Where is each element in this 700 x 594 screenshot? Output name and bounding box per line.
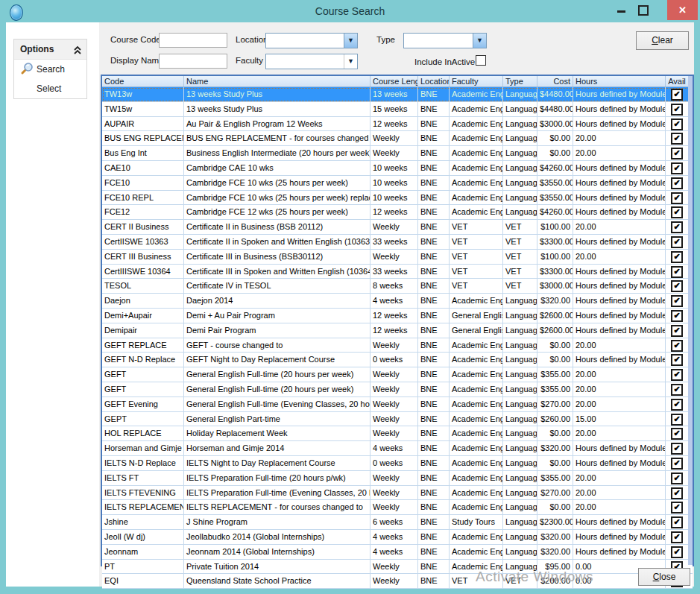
table-row[interactable]: CertIIISWE 10364Certificate III in Spoke… [102,265,693,279]
table-row[interactable]: Demi+AupairDemi + Au Pair Program12 week… [102,309,693,323]
table-row[interactable]: EQIQueensland State School PracticeWeekl… [102,574,693,589]
minimize-button[interactable] [612,0,631,20]
table-row[interactable]: JeonnamJeonnam 2014 (Global Internships)… [102,545,693,560]
avail-checkbox[interactable]: ✔ [671,443,683,455]
column-header-code[interactable]: Code [102,76,184,86]
table-row[interactable]: IELTS FTEVENINGIELTS Preparation Full-ti… [102,486,693,501]
avail-checkbox[interactable]: ✔ [671,384,683,396]
cell-name: General English Full-time (Evening Class… [184,397,371,411]
column-header-course-length[interactable]: Course Length [371,76,418,86]
table-row[interactable]: GEFTGeneral English Full-time (20 hours … [102,367,693,382]
avail-checkbox[interactable]: ✔ [671,399,683,411]
column-header-location[interactable]: Location [418,76,450,86]
include-inactive-checkbox[interactable] [476,55,486,66]
table-row[interactable]: GEFT REPLACEGEFT - course changed toWeek… [102,338,693,353]
table-row[interactable]: GEFTGeneral English Full-time (20 hours … [102,382,693,397]
table-row[interactable]: Bus Eng IntBusiness English Intermediate… [102,146,693,161]
table-row[interactable]: CAE10Cambridge CAE 10 wks10 weeksBNEAcad… [102,161,693,176]
avail-checkbox[interactable]: ✔ [671,251,683,263]
cell-type: Language [503,367,537,382]
table-row[interactable]: GEFT N-D ReplaceGEFT Night to Day Replac… [102,353,693,367]
clear-button[interactable]: Clear [636,31,689,50]
table-row[interactable]: DemipairDemi Pair Program12 weeksBNEGene… [102,323,693,338]
table-row[interactable]: CERT III BusinessCertificate III in Busi… [102,250,693,265]
column-header-faculty[interactable]: Faculty [450,76,503,86]
avail-checkbox[interactable]: ✔ [671,236,683,248]
avail-checkbox[interactable]: ✔ [671,487,683,499]
avail-checkbox[interactable]: ✔ [671,89,683,101]
table-row[interactable]: TW13w13 weeks Study Plus13 weeksBNEAcade… [102,87,693,102]
avail-checkbox[interactable]: ✔ [671,369,683,381]
column-header-name[interactable]: Name [184,76,371,86]
cell-faculty: General English [450,323,503,338]
cell-type: Language [503,397,537,411]
avail-checkbox[interactable]: ✔ [671,546,683,558]
avail-checkbox[interactable]: ✔ [671,177,683,189]
avail-checkbox[interactable]: ✔ [671,516,683,528]
maximize-button[interactable] [633,0,652,20]
table-row[interactable]: TW15w13 weeks Study Plus15 weeksBNEAcade… [102,102,693,117]
table-row[interactable]: Horseman and GimjeHorseman and Gimje 201… [102,441,693,456]
table-row[interactable]: IELTS N-D ReplaceIELTS Night to Day Repl… [102,456,693,471]
table-row[interactable]: FCE12Cambridge FCE 12 wks (25 hours per … [102,205,693,220]
options-header[interactable]: Options [14,40,86,60]
location-dropdown-arrow-icon[interactable]: ▼ [344,34,357,48]
table-row[interactable]: GEFT EveningGeneral English Full-time (E… [102,397,693,412]
avail-checkbox[interactable]: ✔ [671,162,683,174]
column-header-cost[interactable]: Cost [537,76,573,86]
vertical-scrollbar[interactable] [688,76,693,565]
avail-checkbox[interactable]: ✔ [671,119,683,130]
avail-checkbox[interactable]: ✔ [671,340,683,352]
table-row[interactable]: CERT II BusinessCertificate II in Busine… [102,220,693,235]
column-header-hours[interactable]: Hours [573,76,666,86]
sidebar-item-select[interactable]: Select [14,79,86,98]
avail-checkbox[interactable]: ✔ [671,458,683,470]
location-dropdown[interactable]: ▼ [265,33,358,48]
avail-checkbox[interactable]: ✔ [671,280,683,292]
avail-checkbox[interactable]: ✔ [671,531,683,543]
table-row[interactable]: Jeoll (W dj)Jeollabudko 2014 (Global Int… [102,530,693,545]
table-row[interactable]: AUPAIRAu Pair & English Program 12 Weeks… [102,117,693,132]
close-button[interactable]: Close [638,568,690,586]
avail-checkbox[interactable]: ✔ [671,473,683,484]
avail-checkbox[interactable]: ✔ [671,502,683,514]
table-row[interactable]: IELTS REPLACEMENTIELTS REPLACEMENT - for… [102,500,693,515]
close-window-button[interactable]: ✕ [667,0,698,20]
table-row[interactable]: BUS ENG REPLACEMENTBUS ENG REPLACEMENT -… [102,131,693,146]
avail-checkbox[interactable]: ✔ [671,354,683,366]
type-dropdown[interactable]: ▼ [403,33,487,48]
avail-checkbox[interactable]: ✔ [671,414,683,426]
type-dropdown-arrow-icon[interactable]: ▼ [473,34,486,48]
course-code-input[interactable] [159,33,227,48]
column-header-type[interactable]: Type [503,76,537,86]
table-row[interactable]: JshineJ Shine Program6 weeksBNEStudy Tou… [102,515,693,530]
faculty-dropdown[interactable]: ▼ [265,54,358,69]
cell-code: GEFT REPLACE [102,338,184,353]
titlebar[interactable]: Course Search ✕ [0,0,700,22]
faculty-dropdown-arrow-icon[interactable]: ▼ [344,54,357,69]
display-name-input[interactable] [159,54,227,69]
table-row[interactable]: DaejonDaejon 20144 weeksBNEAcademic Engl… [102,294,693,309]
avail-checkbox[interactable]: ✔ [671,295,683,307]
avail-checkbox[interactable]: ✔ [671,221,683,233]
avail-checkbox[interactable]: ✔ [671,310,683,322]
table-row[interactable]: FCE10Cambridge FCE 10 wks (25 hours per … [102,176,693,191]
avail-checkbox[interactable]: ✔ [671,266,683,278]
table-row[interactable]: PTPrivate Tuition 2014WeeklyBNEAcademic … [102,560,693,575]
table-row[interactable]: TESOLCertificate IV in TESOL8 weeksBNEVE… [102,279,693,294]
avail-checkbox[interactable]: ✔ [671,133,683,145]
table-row[interactable]: FCE10 REPLCambridge FCE 10 wks (25 hours… [102,191,693,206]
avail-checkbox[interactable]: ✔ [671,104,683,116]
column-header-avail[interactable]: Avail [666,76,688,86]
table-row[interactable]: HOL REPLACEHoliday Replacement WeekWeekl… [102,426,693,441]
avail-checkbox[interactable]: ✔ [671,428,683,440]
avail-checkbox[interactable]: ✔ [671,325,683,337]
avail-checkbox[interactable]: ✔ [671,206,683,218]
sidebar-item-search[interactable]: Search [14,60,86,79]
table-row[interactable]: CertIISWE 10363Certificate II in Spoken … [102,235,693,250]
table-row[interactable]: IELTS FTIELTS Preparation Full-time (20 … [102,471,693,486]
avail-checkbox[interactable]: ✔ [671,148,683,159]
collapse-chevrons-icon[interactable] [73,43,82,54]
avail-checkbox[interactable]: ✔ [671,192,683,204]
table-row[interactable]: GEPTGeneral English Part-timeWeeklyBNEAc… [102,412,693,427]
